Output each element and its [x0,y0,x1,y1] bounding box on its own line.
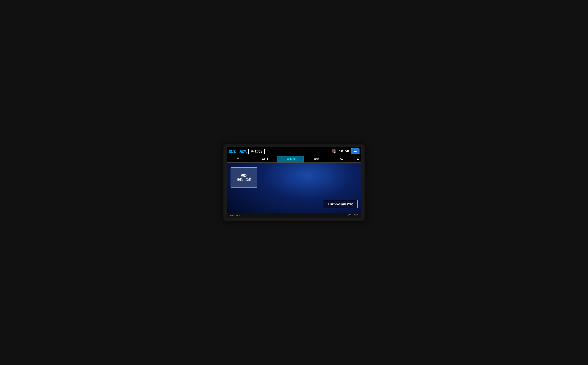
section-title: 共通設定 [248,149,265,154]
tab-bar: ナビ Wi-Fi Bluetooth 電話 AV ▶ [227,156,361,163]
back-arrow-icon: ⬅ [354,149,357,153]
bt-detail-label: Bluetooth詳細設定 [328,203,353,206]
tab-av[interactable]: AV [329,156,355,162]
main-content: 機器 登録・接続 Bluetooth詳細設定 [227,163,361,213]
tab-more-button[interactable]: ▶ [354,156,361,162]
screen-content: 設定・編集 共通設定 📵 10:58 ⬅ ナビ [227,147,361,218]
model-label: AVN-Z04iW [230,214,240,216]
no-phone-icon: 📵 [331,148,337,154]
device-frame: 設定・編集 共通設定 📵 10:58 ⬅ ナビ [223,144,365,221]
tab-bluetooth[interactable]: Bluetooth [278,156,303,162]
tab-phone[interactable]: 電話 [303,156,329,162]
device-btn-line1: 機器 [241,173,247,177]
header-bar: 設定・編集 共通設定 📵 10:58 ⬅ [227,147,361,156]
brand-label: ／ECLIPSE [346,214,358,217]
bluetooth-detail-button[interactable]: Bluetooth詳細設定 [324,200,358,208]
device-register-button[interactable]: 機器 登録・接続 [231,167,257,188]
clock-display: 10:58 [339,149,349,153]
page-title: 設定・編集 [229,149,247,154]
bottom-bar: AVN-Z04iW ／ECLIPSE [227,213,361,218]
tab-navi[interactable]: ナビ [227,156,252,162]
back-button[interactable]: ⬅ [351,148,359,154]
screen: 設定・編集 共通設定 📵 10:58 ⬅ ナビ [227,147,361,218]
device-btn-line2: 登録・接続 [237,177,251,182]
tab-wifi[interactable]: Wi-Fi [252,156,278,162]
